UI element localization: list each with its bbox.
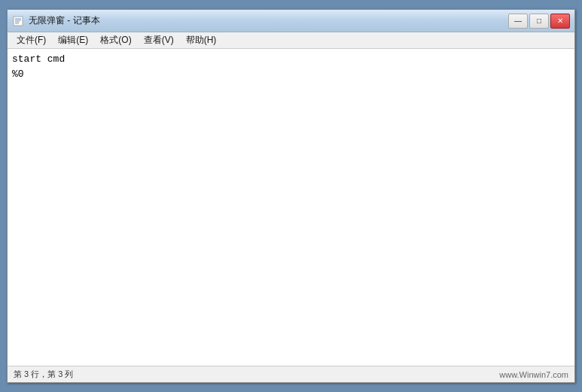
app-icon — [12, 15, 24, 27]
close-button[interactable]: ✕ — [550, 14, 570, 29]
menu-bar: 文件(F) 编辑(E) 格式(O) 查看(V) 帮助(H) — [8, 32, 574, 49]
maximize-button[interactable]: □ — [529, 14, 549, 29]
window-controls: — □ ✕ — [508, 14, 570, 29]
menu-format[interactable]: 格式(O) — [94, 32, 137, 48]
menu-help[interactable]: 帮助(H) — [180, 32, 223, 48]
minimize-button[interactable]: — — [508, 14, 528, 29]
menu-view[interactable]: 查看(V) — [138, 32, 180, 48]
content-area: start cmd %0 — [8, 49, 574, 366]
menu-file[interactable]: 文件(F) — [11, 32, 52, 48]
title-bar-left: 无限弹窗 - 记事本 — [12, 14, 100, 27]
cursor-position: 第 3 行，第 3 列 — [14, 369, 73, 380]
menu-edit[interactable]: 编辑(E) — [52, 32, 94, 48]
title-bar: 无限弹窗 - 记事本 — □ ✕ — [8, 10, 574, 32]
notepad-window: 无限弹窗 - 记事本 — □ ✕ 文件(F) 编辑(E) 格式(O) 查看(V)… — [7, 9, 575, 383]
window-title: 无限弹窗 - 记事本 — [29, 14, 100, 27]
watermark: www.Winwin7.com — [499, 370, 568, 379]
status-left: 第 3 行，第 3 列 — [14, 369, 73, 380]
svg-rect-0 — [14, 17, 23, 26]
status-bar: 第 3 行，第 3 列 www.Winwin7.com — [8, 366, 574, 382]
editor-textarea[interactable]: start cmd %0 — [8, 49, 574, 366]
